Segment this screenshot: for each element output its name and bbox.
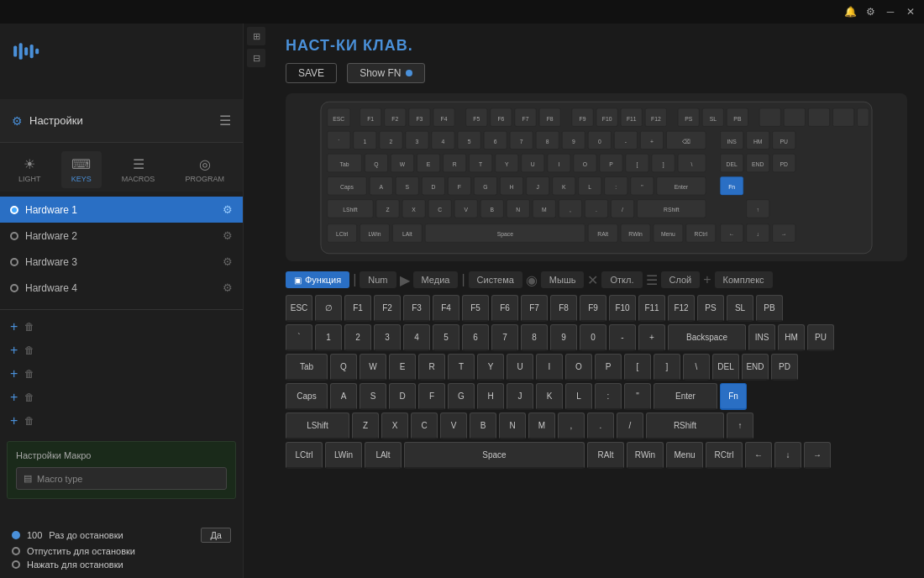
key-period[interactable]: .: [587, 412, 614, 439]
key-0[interactable]: 0: [580, 324, 606, 351]
key-plus[interactable]: +: [638, 324, 665, 351]
key-ins[interactable]: INS: [748, 324, 775, 351]
key-lctrl[interactable]: LCtrl: [286, 442, 323, 469]
key-backslash[interactable]: \: [683, 354, 710, 381]
key-2[interactable]: 2: [344, 324, 371, 351]
key-f9[interactable]: F9: [580, 295, 606, 322]
key-d[interactable]: D: [389, 383, 416, 410]
key-a[interactable]: A: [330, 383, 357, 410]
settings-button[interactable]: ⚙: [860, 2, 880, 22]
key-x[interactable]: X: [381, 412, 408, 439]
key-g[interactable]: G: [448, 383, 475, 410]
key-e[interactable]: E: [389, 354, 416, 381]
key-f6[interactable]: F6: [491, 295, 518, 322]
del-slot-2[interactable]: 🗑: [24, 344, 34, 356]
key-pb[interactable]: PB: [756, 295, 783, 322]
key-f4[interactable]: F4: [433, 295, 459, 322]
key-rbracket[interactable]: ]: [654, 354, 680, 381]
key-o[interactable]: O: [565, 354, 592, 381]
key-k[interactable]: K: [536, 383, 563, 410]
radio-1[interactable]: [12, 531, 20, 539]
key-lshift[interactable]: LShift: [286, 412, 349, 439]
key-b[interactable]: B: [470, 412, 496, 439]
key-f5[interactable]: F5: [462, 295, 489, 322]
key-lalt[interactable]: LAlt: [365, 442, 402, 469]
profile-item-3[interactable]: Hardware 3 ⚙: [0, 249, 243, 275]
key-menu[interactable]: Menu: [666, 442, 703, 469]
key-5[interactable]: 5: [433, 324, 459, 351]
key-ralt[interactable]: RAlt: [587, 442, 624, 469]
del-slot-1[interactable]: 🗑: [24, 321, 34, 333]
key-rwin[interactable]: RWin: [627, 442, 664, 469]
add-slot-4[interactable]: +: [10, 390, 18, 405]
profile-gear-2[interactable]: ⚙: [223, 229, 233, 242]
fn-tab-media[interactable]: Медиа: [413, 271, 459, 288]
key-7[interactable]: 7: [491, 324, 518, 351]
radio-3[interactable]: [12, 560, 20, 569]
key-t[interactable]: T: [448, 354, 475, 381]
key-down[interactable]: ↓: [774, 442, 801, 469]
fn-tab-off[interactable]: Откл.: [601, 271, 642, 288]
profile-gear-1[interactable]: ⚙: [223, 203, 233, 216]
minimize-button[interactable]: ─: [880, 2, 900, 22]
key-f3[interactable]: F3: [403, 295, 430, 322]
fn-tab-mouse[interactable]: Мышь: [541, 271, 585, 288]
key-null[interactable]: ∅: [315, 295, 342, 322]
key-f12[interactable]: F12: [668, 295, 695, 322]
key-v[interactable]: V: [440, 412, 467, 439]
key-c[interactable]: C: [411, 412, 438, 439]
key-4[interactable]: 4: [403, 324, 430, 351]
key-left[interactable]: ←: [745, 442, 772, 469]
key-pu[interactable]: PU: [807, 324, 834, 351]
key-sl[interactable]: SL: [727, 295, 753, 322]
key-w[interactable]: W: [360, 354, 386, 381]
profile-item-4[interactable]: Hardware 4 ⚙: [0, 275, 243, 301]
key-f8[interactable]: F8: [550, 295, 577, 322]
fn-tab-complex[interactable]: Комплекс: [715, 271, 773, 288]
add-slot-1[interactable]: +: [10, 319, 18, 334]
key-n[interactable]: N: [499, 412, 526, 439]
key-hm[interactable]: HM: [778, 324, 805, 351]
key-m[interactable]: M: [528, 412, 555, 439]
key-comma[interactable]: ,: [558, 412, 585, 439]
close-button[interactable]: ✕: [900, 2, 921, 22]
add-slot-5[interactable]: +: [10, 413, 18, 428]
key-enter[interactable]: Enter: [654, 383, 717, 410]
key-3[interactable]: 3: [374, 324, 401, 351]
save-button[interactable]: SAVE: [286, 63, 337, 83]
fn-tab-num[interactable]: Num: [360, 271, 396, 288]
key-fn[interactable]: Fn: [720, 383, 747, 410]
profile-gear-3[interactable]: ⚙: [223, 255, 233, 268]
tab-keys[interactable]: ⌨ KEYS: [61, 151, 102, 188]
key-j[interactable]: J: [507, 383, 533, 410]
right-icon-2[interactable]: ⊟: [247, 49, 265, 67]
add-slot-2[interactable]: +: [10, 343, 18, 358]
del-slot-5[interactable]: 🗑: [24, 415, 34, 427]
key-end[interactable]: END: [742, 354, 769, 381]
key-f7[interactable]: F7: [521, 295, 548, 322]
key-caps[interactable]: Caps: [286, 383, 328, 410]
key-f11[interactable]: F11: [638, 295, 665, 322]
show-fn-button[interactable]: Show FN: [347, 63, 425, 83]
key-6[interactable]: 6: [462, 324, 489, 351]
key-lbracket[interactable]: [: [624, 354, 651, 381]
key-space[interactable]: Space: [404, 442, 585, 469]
key-ps[interactable]: PS: [697, 295, 724, 322]
tab-program[interactable]: ◎ PROGRAM: [175, 151, 234, 188]
key-backspace[interactable]: Backspace: [668, 324, 746, 351]
fn-tab-system[interactable]: Система: [469, 271, 522, 288]
key-s[interactable]: S: [360, 383, 386, 410]
key-f[interactable]: F: [418, 383, 445, 410]
key-right[interactable]: →: [804, 442, 831, 469]
key-f2[interactable]: F2: [374, 295, 401, 322]
key-rshift[interactable]: RShift: [646, 412, 724, 439]
radio-2[interactable]: [12, 547, 20, 555]
fn-tab-layer[interactable]: Слой: [661, 271, 701, 288]
key-y[interactable]: Y: [477, 354, 504, 381]
tab-macros[interactable]: ☰ MACROS: [112, 151, 165, 188]
del-slot-3[interactable]: 🗑: [24, 368, 34, 380]
menu-icon[interactable]: ☰: [219, 113, 231, 129]
bell-button[interactable]: 🔔: [840, 2, 860, 22]
key-lwin[interactable]: LWin: [325, 442, 362, 469]
key-up[interactable]: ↑: [727, 412, 753, 439]
